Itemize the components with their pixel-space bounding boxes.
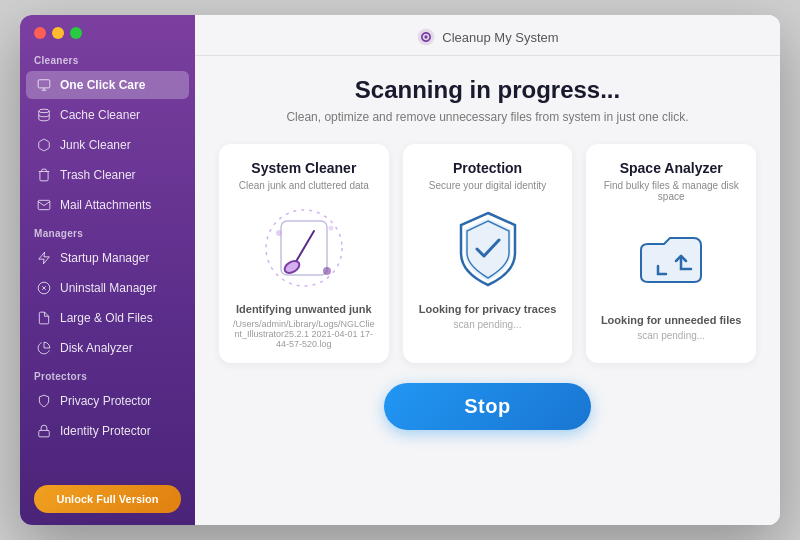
svg-point-15 — [323, 267, 331, 275]
svg-point-17 — [328, 226, 333, 231]
svg-point-16 — [276, 230, 282, 236]
sidebar-item-startup-manager[interactable]: Startup Manager — [26, 244, 189, 272]
protection-title: Protection — [453, 160, 522, 176]
monitor-icon — [36, 77, 52, 93]
protection-pending: scan pending... — [454, 319, 522, 330]
sidebar-item-privacy-protector[interactable]: Privacy Protector — [26, 387, 189, 415]
broom-illustration — [259, 203, 349, 293]
sidebar: Cleaners One Click Care Cache Cleaner Ju… — [20, 15, 195, 525]
zap-icon — [36, 250, 52, 266]
managers-section-label: Managers — [20, 220, 195, 243]
system-cleaner-subtitle: Clean junk and cluttered data — [239, 180, 369, 191]
space-analyzer-card: Space Analyzer Find bulky files & manage… — [586, 144, 756, 363]
trash-icon — [36, 167, 52, 183]
app-window: Cleaners One Click Care Cache Cleaner Ju… — [20, 15, 780, 525]
scan-subtitle: Clean, optimize and remove unnecessary f… — [286, 110, 688, 124]
pie-chart-icon — [36, 340, 52, 356]
cards-row: System Cleaner Clean junk and cluttered … — [219, 144, 756, 363]
file-icon — [36, 310, 52, 326]
stop-button[interactable]: Stop — [384, 383, 590, 430]
maximize-button[interactable] — [70, 27, 82, 39]
sidebar-item-one-click-care[interactable]: One Click Care — [26, 71, 189, 99]
scan-title: Scanning in progress... — [355, 76, 620, 104]
system-cleaner-file: /Users/admin/Library/Logs/NGLClient_Illu… — [233, 319, 375, 349]
protectors-section-label: Protectors — [20, 363, 195, 386]
system-cleaner-status: Identifying unwanted junk — [236, 303, 372, 315]
app-logo-icon — [416, 27, 436, 47]
system-cleaner-card: System Cleaner Clean junk and cluttered … — [219, 144, 389, 363]
sidebar-item-mail-attachments[interactable]: Mail Attachments — [26, 191, 189, 219]
svg-point-10 — [425, 35, 428, 38]
database-icon — [36, 107, 52, 123]
shield-icon — [36, 393, 52, 409]
space-analyzer-illustration — [626, 214, 716, 304]
svg-rect-0 — [38, 80, 50, 88]
main-body: Scanning in progress... Clean, optimize … — [195, 56, 780, 525]
sidebar-item-cache-cleaner[interactable]: Cache Cleaner — [26, 101, 189, 129]
space-analyzer-status: Looking for unneeded files — [601, 314, 742, 326]
package-icon — [36, 137, 52, 153]
sidebar-item-uninstall-manager[interactable]: Uninstall Manager — [26, 274, 189, 302]
sidebar-item-trash-cleaner[interactable]: Trash Cleaner — [26, 161, 189, 189]
protection-card: Protection Secure your digital identity … — [403, 144, 573, 363]
folder-illustration — [626, 214, 716, 304]
app-title: Cleanup My System — [442, 30, 558, 45]
svg-rect-8 — [39, 430, 50, 436]
x-circle-icon — [36, 280, 52, 296]
space-analyzer-title: Space Analyzer — [620, 160, 723, 176]
close-button[interactable] — [34, 27, 46, 39]
protection-subtitle: Secure your digital identity — [429, 180, 546, 191]
minimize-button[interactable] — [52, 27, 64, 39]
app-header: Cleanup My System — [195, 15, 780, 56]
svg-marker-4 — [39, 252, 50, 264]
cleaners-section-label: Cleaners — [20, 47, 195, 70]
shield-illustration — [443, 203, 533, 293]
protection-illustration — [443, 203, 533, 293]
main-content: Cleanup My System Scanning in progress..… — [195, 15, 780, 525]
svg-point-3 — [39, 109, 50, 113]
system-cleaner-illustration — [259, 203, 349, 293]
system-cleaner-title: System Cleaner — [251, 160, 356, 176]
sidebar-item-disk-analyzer[interactable]: Disk Analyzer — [26, 334, 189, 362]
space-analyzer-pending: scan pending... — [637, 330, 705, 341]
sidebar-item-identity-protector[interactable]: Identity Protector — [26, 417, 189, 445]
window-controls — [20, 15, 195, 47]
space-analyzer-subtitle: Find bulky files & manage disk space — [600, 180, 742, 202]
mail-icon — [36, 197, 52, 213]
unlock-full-version-button[interactable]: Unlock Full Version — [34, 485, 181, 513]
sidebar-item-junk-cleaner[interactable]: Junk Cleaner — [26, 131, 189, 159]
sidebar-item-large-old-files[interactable]: Large & Old Files — [26, 304, 189, 332]
protection-status: Looking for privacy traces — [419, 303, 557, 315]
lock-icon — [36, 423, 52, 439]
